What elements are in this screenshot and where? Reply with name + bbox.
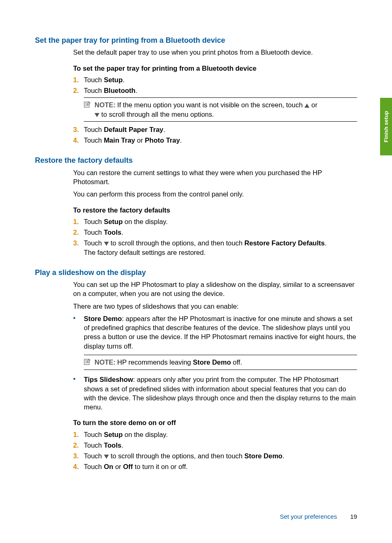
list-item: 2. Touch Tools. <box>73 228 357 237</box>
note-icon <box>84 101 91 110</box>
list-item: • Store Demo: appears after the HP Photo… <box>73 314 357 370</box>
step-number: 1. <box>73 430 84 439</box>
step-list: 1. Touch Setup on the display. 2. Touch … <box>73 217 357 257</box>
procedure-heading: To restore the factory defaults <box>73 206 357 215</box>
list-item: • Tips Slideshow: appears only after you… <box>73 375 357 411</box>
section-body: You can set up the HP Photosmart to play… <box>73 280 357 471</box>
intro-text: You can set up the HP Photosmart to play… <box>73 280 357 298</box>
bullet-marker: • <box>73 375 84 383</box>
bullet-text: Tips Slideshow: appears only after you p… <box>84 375 357 411</box>
step-number: 2. <box>73 228 84 237</box>
step-number: 1. <box>73 217 84 226</box>
step-number: 3. <box>73 451 84 460</box>
section-bluetooth-tray: Set the paper tray for printing from a B… <box>35 35 357 145</box>
list-item: 2. Touch Tools. <box>73 441 357 450</box>
step-list: 1. Touch Setup on the display. 2. Touch … <box>73 430 357 471</box>
triangle-up-icon <box>304 104 309 108</box>
step-text: Touch to scroll through the options, and… <box>84 451 357 460</box>
section-slideshow: Play a slideshow on the display You can … <box>35 268 357 471</box>
step-text: Touch Tools. <box>84 441 357 450</box>
list-item: 1. Touch Setup on the display. <box>73 430 357 439</box>
footer-section-label: Set your preferences <box>280 513 337 520</box>
step-text: Touch Tools. <box>84 228 357 237</box>
step-number: 2. <box>73 86 84 95</box>
intro-text: There are two types of slideshows that y… <box>73 302 357 311</box>
list-item: 3. Touch to scroll through the options, … <box>73 451 357 460</box>
step-number: 3. <box>73 238 84 247</box>
step-text: Touch Setup. <box>84 75 357 84</box>
step-text: Touch Default Paper Tray. <box>84 125 357 134</box>
bullet-marker: • <box>73 314 84 351</box>
section-body: Set the default paper tray to use when y… <box>73 48 357 145</box>
step-number: 2. <box>73 441 84 450</box>
list-item: 2. Touch Bluetooth. NOTE:If the menu opt… <box>73 86 357 122</box>
page-footer: Set your preferences 19 <box>280 513 357 521</box>
note-text: NOTE:If the menu option you want is not … <box>95 100 357 119</box>
section-heading: Set the paper tray for printing from a B… <box>35 35 357 45</box>
section-body: You can restore the current settings to … <box>73 168 357 257</box>
intro-text: You can perform this process from the co… <box>73 189 357 199</box>
section-heading: Play a slideshow on the display <box>35 268 357 277</box>
step-text: Touch Bluetooth. <box>84 86 357 95</box>
triangle-down-icon <box>95 113 99 117</box>
step-number: 1. <box>73 75 84 84</box>
procedure-heading: To turn the store demo on or off <box>73 418 357 427</box>
list-item: 4. Touch On or Off to turn it on or off. <box>73 462 357 471</box>
note-box: NOTE:HP recommends leaving Store Demo of… <box>84 355 357 370</box>
procedure-heading: To set the paper tray for printing from … <box>73 64 357 73</box>
footer-page-number: 19 <box>350 513 357 520</box>
step-number: 3. <box>73 125 84 134</box>
section-heading: Restore the factory defaults <box>35 155 357 165</box>
step-list: 1. Touch Setup. 2. Touch Bluetooth. <box>73 75 357 145</box>
list-item: 3. Touch Default Paper Tray. <box>73 125 357 134</box>
list-item: 1. Touch Setup. <box>73 75 357 84</box>
step-text: Touch On or Off to turn it on or off. <box>84 462 357 471</box>
note-text: NOTE:HP recommends leaving Store Demo of… <box>95 358 357 367</box>
step-text: Touch Setup on the display. <box>84 217 357 226</box>
bullet-list: • Store Demo: appears after the HP Photo… <box>73 314 357 411</box>
step-text: Touch Setup on the display. <box>84 430 357 439</box>
page-content: Set the paper tray for printing from a B… <box>0 0 392 471</box>
triangle-down-icon <box>104 242 109 246</box>
bullet-text: Store Demo: appears after the HP Photosm… <box>84 314 357 351</box>
list-item: 4. Touch Main Tray or Photo Tray. <box>73 136 357 145</box>
step-text: Touch to scroll through the options, and… <box>84 238 357 257</box>
note-icon <box>84 358 91 367</box>
note-box: NOTE:If the menu option you want is not … <box>84 97 357 122</box>
step-number: 4. <box>73 136 84 145</box>
step-number: 4. <box>73 462 84 471</box>
list-item: 1. Touch Setup on the display. <box>73 217 357 226</box>
triangle-down-icon <box>104 455 109 459</box>
intro-text: You can restore the current settings to … <box>73 168 357 187</box>
intro-text: Set the default paper tray to use when y… <box>73 48 357 57</box>
section-restore-defaults: Restore the factory defaults You can res… <box>35 155 357 256</box>
list-item: 3. Touch to scroll through the options, … <box>73 238 357 257</box>
step-text: Touch Main Tray or Photo Tray. <box>84 136 357 145</box>
